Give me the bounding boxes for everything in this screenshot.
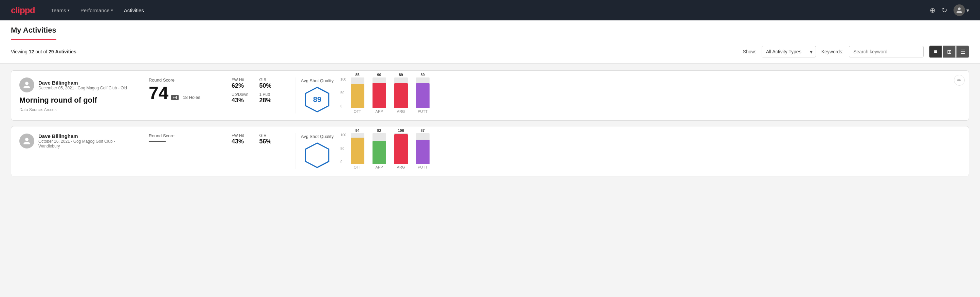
activity-type-select[interactable]: All Activity Types [762, 46, 816, 57]
show-label: Show: [743, 49, 756, 54]
fw-hit-label: FW Hit [232, 77, 254, 82]
bars-area: 100 50 0 948210687 [340, 133, 955, 164]
nav-item-performance[interactable]: Performance ▾ [81, 5, 113, 16]
bar-xlabel: ARG [394, 165, 408, 169]
add-icon[interactable]: ⊕ [930, 6, 935, 14]
avatar [953, 5, 965, 16]
fw-hit-value: 62% [232, 82, 254, 89]
activity-card: Dave Billingham October 16, 2021 · Gog M… [11, 126, 969, 176]
hexagon-container: Avg Shot Quality [301, 134, 334, 169]
search-input[interactable] [849, 46, 924, 57]
bar-value-label: 82 [377, 128, 381, 133]
user-date: December 05, 2021 · Gog Magog Golf Club … [38, 86, 127, 90]
y-label-100: 100 [340, 77, 346, 81]
avatar [19, 134, 34, 148]
bar-outer [394, 77, 408, 108]
activities-list: Dave Billingham December 05, 2021 · Gog … [0, 64, 980, 183]
updown-value: 43% [232, 97, 254, 104]
viewing-count-text: Viewing 12 out of 29 Activities [11, 49, 738, 54]
navbar: clippd Teams ▾ Performance ▾ Activities … [0, 0, 980, 21]
compact-view-icon: ☰ [960, 49, 965, 55]
filter-bar: Viewing 12 out of 29 Activities Show: Al… [0, 40, 980, 64]
activity-type-select-wrapper: All Activity Types [762, 46, 816, 57]
nav-label-teams: Teams [51, 8, 66, 13]
bar-fill [416, 140, 430, 164]
round-score-row: 74 +4 18 Holes [149, 84, 212, 102]
bar-fill [372, 83, 386, 108]
bar-labels: OTTAPPARGPUTT [340, 164, 955, 169]
bar-labels: OTTAPPARGPUTT [340, 108, 955, 113]
y-label-0: 0 [340, 104, 346, 108]
card-left: Dave Billingham October 16, 2021 · Gog M… [19, 133, 135, 152]
shot-quality-bar-chart: 100 50 0 85908989 OTTAPPARGPUTT [340, 77, 955, 113]
user-menu-button[interactable]: ▾ [953, 5, 969, 16]
bar-group: 89 [416, 73, 430, 108]
user-name: Dave Billingham [38, 80, 127, 86]
holes-text: 18 Holes [183, 95, 200, 100]
chevron-down-icon: ▾ [68, 8, 70, 13]
bar-value-label: 85 [355, 73, 359, 77]
updown-metric: Up/Down 43% [232, 92, 254, 104]
oneputt-value: 28% [259, 97, 282, 104]
bar-value-label: 94 [355, 128, 359, 133]
bar-xlabel: OTT [351, 165, 364, 169]
y-label-0: 0 [340, 160, 346, 164]
edit-button[interactable]: ✏ [954, 75, 965, 86]
bar-value-label: 89 [399, 73, 403, 77]
bar-group: 87 [416, 128, 430, 164]
gir-label: GIR [259, 77, 282, 82]
chevron-down-icon: ▾ [111, 8, 113, 13]
nav-label-activities: Activities [124, 8, 144, 13]
bar-fill [372, 141, 386, 164]
fw-hit-metric: FW Hit 62% [232, 77, 254, 89]
bar-outer [372, 133, 386, 164]
bar-group: 90 [372, 73, 386, 108]
viewing-count: 12 [29, 49, 34, 54]
list-view-icon: ≡ [934, 49, 937, 55]
bar-outer [372, 77, 386, 108]
viewing-total: 29 [49, 49, 54, 54]
gir-metric: GIR 56% [259, 133, 282, 145]
viewing-activities-word: Activities [55, 49, 76, 54]
bar-value-label: 89 [420, 73, 425, 77]
keywords-label: Keywords: [821, 49, 843, 54]
fw-hit-value: 43% [232, 138, 254, 145]
y-label-50: 50 [340, 91, 346, 95]
bars-area: 100 50 0 85908989 [340, 77, 955, 108]
refresh-icon[interactable]: ↻ [942, 6, 947, 14]
bar-xlabel: ARG [394, 109, 408, 113]
y-axis: 100 50 0 [340, 133, 346, 164]
nav-item-teams[interactable]: Teams ▾ [51, 5, 70, 16]
bar-group: 85 [351, 73, 364, 108]
bar-xlabel: APP [372, 165, 386, 169]
bar-outer [416, 77, 430, 108]
y-label-50: 50 [340, 147, 346, 150]
grid-view-icon: ⊞ [947, 49, 951, 55]
viewing-label: Viewing [11, 49, 29, 54]
navbar-right: ⊕ ↻ ▾ [930, 5, 969, 16]
user-date: October 16, 2021 · Gog Magog Golf Club -… [38, 139, 135, 148]
view-list-button[interactable]: ≡ [929, 46, 942, 58]
bar-xlabel: PUTT [416, 165, 430, 169]
gir-label: GIR [259, 133, 282, 138]
fw-hit-label: FW Hit [232, 133, 254, 138]
avg-shot-quality-label: Avg Shot Quality [301, 78, 334, 83]
activity-card: Dave Billingham December 05, 2021 · Gog … [11, 70, 969, 121]
card-left: Dave Billingham December 05, 2021 · Gog … [19, 77, 135, 112]
svg-marker-1 [305, 143, 329, 168]
bar-value-label: 87 [420, 128, 425, 133]
bar-outer [351, 77, 364, 108]
bar-xlabel: OTT [351, 109, 364, 113]
bar-outer [394, 133, 408, 164]
bar-value-label: 106 [398, 128, 404, 133]
fw-hit-metric: FW Hit 43% [232, 133, 254, 145]
view-grid-button[interactable]: ⊞ [943, 46, 956, 58]
view-compact-button[interactable]: ☰ [956, 46, 969, 58]
bar-fill [394, 134, 408, 164]
shot-quality-bar-chart-2: 100 50 0 948210687 OTTAPPARGPUTT [340, 133, 955, 169]
gir-metric: GIR 50% [259, 77, 282, 89]
bar-outer [351, 133, 364, 164]
round-score-section: Round Score [143, 133, 218, 144]
bar-xlabel: PUTT [416, 109, 430, 113]
nav-item-activities[interactable]: Activities [124, 5, 144, 16]
